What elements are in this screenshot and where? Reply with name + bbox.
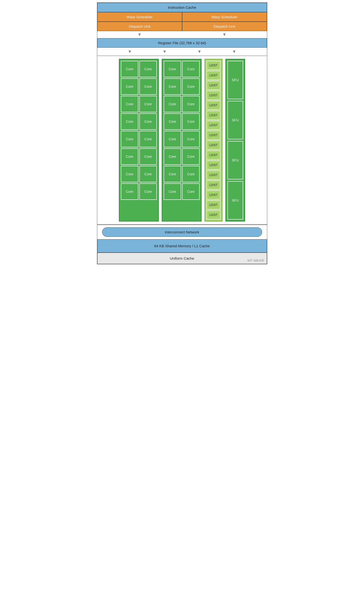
warp-scheduler-left: Warp Scheduler bbox=[97, 12, 182, 22]
core-cell: Core bbox=[182, 148, 200, 165]
sfu-cell-3: SFU bbox=[227, 141, 243, 179]
ldst-cell: LD/ST bbox=[206, 141, 221, 150]
core-cell: Core bbox=[139, 183, 157, 200]
core-row: Core Core bbox=[164, 131, 200, 147]
interconnect-block: Interconnect Network bbox=[102, 227, 262, 237]
arrow-3: ▼ bbox=[128, 49, 132, 54]
ldst-cell: LD/ST bbox=[206, 200, 221, 210]
ldst-cell: LD/ST bbox=[206, 101, 221, 110]
core-cell: Core bbox=[121, 183, 138, 200]
register-file-label: Register File (32,768 x 32-bit) bbox=[158, 41, 206, 45]
dispatch-unit-row: Dispatch Unit Dispatch Unit bbox=[97, 22, 267, 31]
core-row: Core Core bbox=[164, 96, 200, 112]
core-cell: Core bbox=[121, 131, 138, 147]
core-group-2: Core Core Core Core Core Core Core Core … bbox=[162, 59, 202, 221]
core-row: Core Core bbox=[164, 113, 200, 130]
shared-memory-block: 64 KB Shared Memory / L1 Cache bbox=[97, 239, 267, 253]
core-cell: Core bbox=[139, 96, 157, 112]
core-row: Core Core bbox=[164, 183, 200, 200]
sfu-cell-4: SFU bbox=[227, 181, 243, 220]
core-row: Core Core bbox=[164, 61, 200, 77]
core-row: Core Core bbox=[121, 61, 157, 77]
ldst-cell: LD/ST bbox=[206, 71, 221, 80]
core-cell: Core bbox=[164, 61, 181, 77]
core-cell: Core bbox=[182, 113, 200, 130]
core-cell: Core bbox=[139, 131, 157, 147]
core-cell: Core bbox=[164, 96, 181, 112]
core-cell: Core bbox=[139, 78, 157, 95]
core-cell: Core bbox=[182, 183, 200, 200]
arrows-from-dispatch: ▼ ▼ bbox=[97, 31, 267, 38]
sfu-cell-1: SFU bbox=[227, 61, 243, 99]
core-cell: Core bbox=[164, 166, 181, 182]
core-cell: Core bbox=[182, 131, 200, 147]
uniform-cache-label: Uniform Cache bbox=[170, 256, 194, 260]
main-processing-area: Core Core Core Core Core Core Core Core … bbox=[97, 56, 267, 225]
gpu-sm-diagram: Instruction Cache Warp Scheduler Warp Sc… bbox=[97, 2, 267, 264]
ldst-cell: LD/ST bbox=[206, 160, 221, 170]
core-cell: Core bbox=[121, 166, 138, 182]
core-cell: Core bbox=[121, 113, 138, 130]
ldst-cell: LD/ST bbox=[206, 111, 221, 120]
ldst-group: LD/ST LD/ST LD/ST LD/ST LD/ST LD/ST LD/S… bbox=[204, 59, 222, 221]
columns-wrapper: Core Core Core Core Core Core Core Core … bbox=[97, 56, 267, 224]
core-cell: Core bbox=[164, 78, 181, 95]
dispatch-unit-left: Dispatch Unit bbox=[97, 22, 182, 31]
core-row: Core Core bbox=[121, 131, 157, 147]
arrow-5: ▼ bbox=[197, 49, 202, 54]
core-cell: Core bbox=[121, 78, 138, 95]
dispatch-unit-right: Dispatch Unit bbox=[182, 22, 267, 31]
core-row: Core Core bbox=[121, 113, 157, 130]
core-cell: Core bbox=[164, 131, 181, 147]
ldst-cell: LD/ST bbox=[206, 121, 221, 130]
core-cell: Core bbox=[182, 78, 200, 95]
core-cell: Core bbox=[182, 166, 200, 182]
core-cell: Core bbox=[121, 96, 138, 112]
interconnect-wrapper: Interconnect Network bbox=[97, 225, 267, 239]
instruction-cache-label: Instruction Cache bbox=[168, 5, 196, 9]
core-row: Core Core bbox=[164, 166, 200, 182]
ldst-cell: LD/ST bbox=[206, 81, 221, 90]
sfu-group: SFU SFU SFU SFU bbox=[225, 59, 245, 221]
core-row: Core Core bbox=[121, 148, 157, 165]
warp-scheduler-right: Warp Scheduler bbox=[182, 12, 267, 22]
warp-scheduler-row: Warp Scheduler Warp Scheduler bbox=[97, 12, 267, 22]
shared-memory-label: 64 KB Shared Memory / L1 Cache bbox=[154, 244, 210, 248]
core-cell: Core bbox=[164, 113, 181, 130]
ldst-cell: LD/ST bbox=[206, 180, 221, 190]
core-cell: Core bbox=[139, 113, 157, 130]
core-cell: Core bbox=[182, 96, 200, 112]
core-row: Core Core bbox=[121, 166, 157, 182]
sfu-cell-2: SFU bbox=[227, 101, 243, 139]
watermark-label: 知乎 @提太阳 bbox=[247, 259, 264, 262]
ldst-cell: LD/ST bbox=[206, 61, 221, 70]
core-cell: Core bbox=[139, 166, 157, 182]
uniform-cache-block: Uniform Cache 知乎 @提太阳 bbox=[97, 253, 267, 264]
ldst-cell: LD/ST bbox=[206, 170, 221, 180]
core-row: Core Core bbox=[121, 96, 157, 112]
core-cell: Core bbox=[164, 148, 181, 165]
core-cell: Core bbox=[121, 148, 138, 165]
core-row: Core Core bbox=[121, 78, 157, 95]
ldst-cell: LD/ST bbox=[206, 190, 221, 200]
core-group-1: Core Core Core Core Core Core Core Core … bbox=[119, 59, 159, 221]
core-row: Core Core bbox=[121, 183, 157, 200]
core-cell: Core bbox=[182, 61, 200, 77]
core-cell: Core bbox=[121, 61, 138, 77]
core-cell: Core bbox=[139, 148, 157, 165]
core-row: Core Core bbox=[164, 78, 200, 95]
ldst-cell: LD/ST bbox=[206, 91, 221, 100]
register-file-block: Register File (32,768 x 32-bit) bbox=[97, 38, 267, 48]
instruction-cache-block: Instruction Cache bbox=[97, 3, 267, 12]
ldst-cell: LD/ST bbox=[206, 150, 221, 160]
arrow-6: ▼ bbox=[232, 49, 236, 54]
core-cell: Core bbox=[164, 183, 181, 200]
interconnect-label: Interconnect Network bbox=[165, 230, 199, 234]
arrow-4: ▼ bbox=[162, 49, 167, 54]
ldst-cell: LD/ST bbox=[206, 210, 221, 220]
arrow-1: ▼ bbox=[137, 32, 142, 37]
core-row: Core Core bbox=[164, 148, 200, 165]
arrow-2: ▼ bbox=[222, 32, 227, 37]
core-cell: Core bbox=[139, 61, 157, 77]
ldst-cell: LD/ST bbox=[206, 131, 221, 140]
